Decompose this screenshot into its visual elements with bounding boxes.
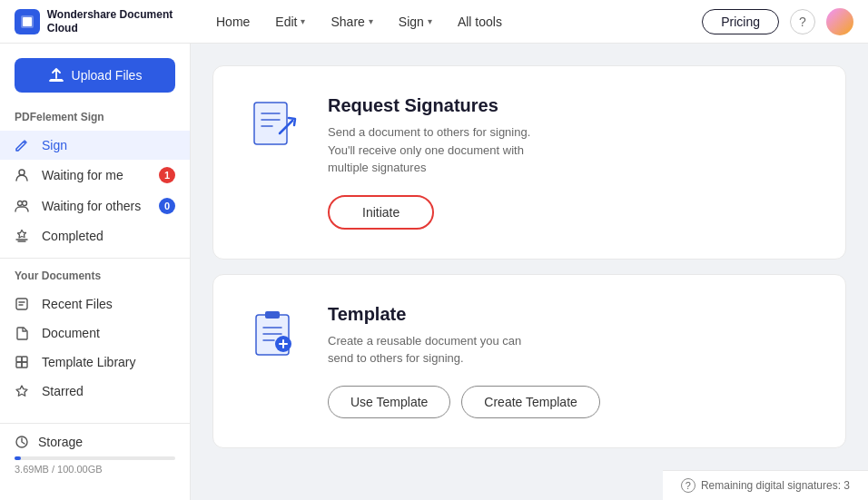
storage-icon	[15, 435, 29, 449]
storage-bar-fill	[15, 456, 21, 460]
svg-rect-5	[16, 299, 27, 309]
sidebar-divider-1	[0, 258, 190, 259]
storage-section: Storage 3.69MB / 100.00GB	[0, 423, 190, 485]
logo-area: Wondershare Document Cloud	[15, 8, 205, 34]
request-signatures-title: Request Signatures	[328, 95, 816, 116]
waiting-for-others-icon	[15, 199, 33, 213]
svg-rect-6	[16, 357, 22, 362]
help-icon[interactable]: ?	[790, 9, 815, 34]
footer-bar: ? Remaining digital signatures: 3	[663, 470, 868, 500]
share-chevron-icon: ▾	[369, 16, 373, 26]
sidebar-item-document[interactable]: Document	[0, 319, 190, 348]
template-card-inner: Template Create a reusable document you …	[242, 304, 816, 418]
sidebar: Upload Files PDFelement Sign Sign Waitin…	[0, 44, 191, 500]
request-signatures-card: Request Signatures Send a document to ot…	[212, 65, 846, 260]
sign-chevron-icon: ▾	[428, 16, 432, 26]
svg-point-2	[19, 170, 25, 175]
upload-icon	[48, 67, 64, 83]
svg-rect-16	[265, 311, 280, 319]
svg-point-3	[18, 201, 23, 206]
template-desc: Create a reusable document you can send …	[328, 332, 546, 368]
main-content: Request Signatures Send a document to ot…	[191, 44, 868, 500]
template-actions: Use Template Create Template	[328, 386, 816, 418]
sidebar-item-waiting-for-others[interactable]: Waiting for others 0	[0, 191, 190, 221]
sidebar-item-sign[interactable]: Sign	[0, 131, 190, 160]
use-template-button[interactable]: Use Template	[328, 386, 450, 418]
nav-home[interactable]: Home	[205, 9, 261, 34]
svg-rect-1	[23, 17, 32, 26]
completed-icon	[15, 229, 33, 243]
sidebar-item-sign-label: Sign	[42, 138, 67, 152]
nav-share[interactable]: Share ▾	[320, 9, 383, 34]
header-actions: Pricing ?	[702, 8, 853, 35]
request-signatures-desc: Send a document to others for signing. Y…	[328, 123, 546, 177]
template-card-content: Template Create a reusable document you …	[328, 304, 816, 418]
sidebar-item-completed[interactable]: Completed	[0, 221, 190, 250]
request-signatures-content: Request Signatures Send a document to ot…	[328, 95, 816, 230]
sidebar-item-template-library[interactable]: Template Library	[0, 348, 190, 377]
template-title: Template	[328, 304, 816, 325]
initiate-button[interactable]: Initiate	[328, 195, 434, 230]
svg-rect-7	[22, 357, 27, 362]
app-name: Wondershare Document Cloud	[47, 8, 205, 34]
sidebar-item-completed-label: Completed	[42, 229, 104, 243]
request-signatures-actions: Initiate	[328, 195, 816, 230]
nav-all-tools[interactable]: All tools	[447, 9, 513, 34]
sidebar-item-template-library-label: Template Library	[42, 355, 136, 369]
sidebar-item-waiting-for-me[interactable]: Waiting for me 1	[0, 160, 190, 191]
template-icon	[245, 304, 303, 362]
header: Wondershare Document Cloud Home Edit ▾ S…	[0, 0, 868, 44]
pdfelement-section-label: PDFelement Sign	[0, 107, 190, 131]
main-layout: Upload Files PDFelement Sign Sign Waitin…	[0, 44, 868, 500]
remaining-icon: ?	[681, 478, 695, 493]
waiting-for-me-badge: 1	[159, 167, 175, 183]
sidebar-item-document-label: Document	[42, 326, 100, 340]
sidebar-item-recent-files[interactable]: Recent Files	[0, 289, 190, 319]
storage-usage-text: 3.69MB / 100.00GB	[15, 464, 175, 475]
starred-icon	[15, 384, 33, 398]
sign-icon	[15, 138, 33, 152]
sidebar-item-recent-files-label: Recent Files	[42, 297, 113, 311]
request-signatures-icon	[245, 95, 303, 153]
request-signatures-icon-area	[242, 95, 306, 153]
svg-rect-8	[16, 362, 22, 368]
template-library-icon	[15, 355, 33, 369]
storage-label: Storage	[38, 435, 83, 449]
waiting-for-me-icon	[15, 168, 33, 182]
storage-item[interactable]: Storage	[15, 435, 175, 449]
document-icon	[15, 326, 33, 340]
remaining-label: Remaining digital signatures: 3	[701, 479, 850, 492]
pricing-button[interactable]: Pricing	[702, 9, 779, 34]
sidebar-item-waiting-for-me-label: Waiting for me	[42, 168, 123, 182]
sidebar-item-starred-label: Starred	[42, 384, 84, 398]
upload-files-button[interactable]: Upload Files	[15, 58, 175, 93]
sidebar-item-starred[interactable]: Starred	[0, 377, 190, 406]
storage-bar-container	[15, 456, 175, 460]
main-nav: Home Edit ▾ Share ▾ Sign ▾ All tools	[205, 9, 702, 34]
nav-edit[interactable]: Edit ▾	[264, 9, 316, 34]
create-template-button[interactable]: Create Template	[461, 386, 599, 418]
svg-rect-9	[22, 362, 27, 368]
template-card: Template Create a reusable document you …	[212, 274, 846, 448]
svg-point-4	[23, 201, 27, 206]
recent-files-icon	[15, 297, 33, 311]
nav-sign[interactable]: Sign ▾	[388, 9, 443, 34]
request-signatures-inner: Request Signatures Send a document to ot…	[242, 95, 816, 230]
app-logo-icon	[15, 9, 40, 34]
your-documents-label: Your Documents	[0, 266, 190, 289]
waiting-for-others-badge: 0	[159, 198, 175, 214]
user-avatar[interactable]	[826, 8, 853, 35]
template-icon-area	[242, 304, 306, 362]
edit-chevron-icon: ▾	[301, 16, 305, 26]
svg-rect-11	[254, 103, 287, 144]
sidebar-item-waiting-for-others-label: Waiting for others	[42, 199, 141, 213]
